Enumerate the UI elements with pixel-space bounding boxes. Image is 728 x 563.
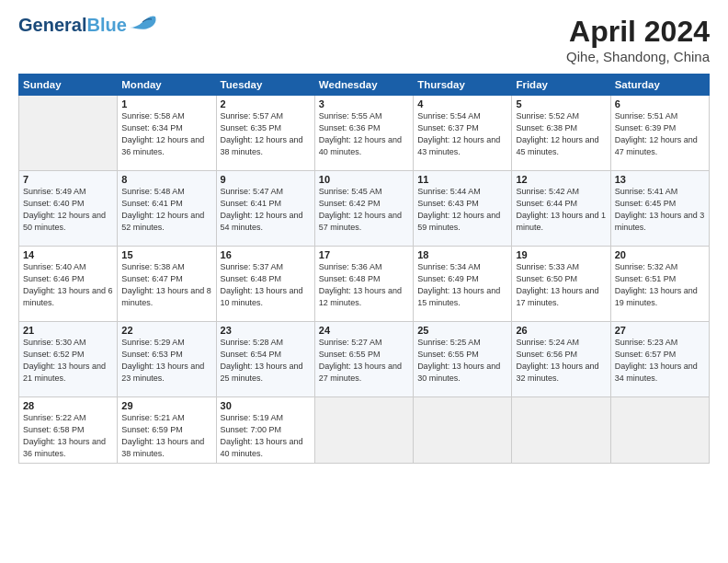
cell-info: Sunrise: 5:33 AMSunset: 6:50 PMDaylight:… bbox=[516, 261, 606, 309]
table-row: 24Sunrise: 5:27 AMSunset: 6:55 PMDayligh… bbox=[314, 322, 413, 397]
cell-info: Sunrise: 5:47 AMSunset: 6:41 PMDaylight:… bbox=[221, 186, 311, 234]
table-row: 19Sunrise: 5:33 AMSunset: 6:50 PMDayligh… bbox=[512, 247, 610, 322]
table-row: 15Sunrise: 5:38 AMSunset: 6:47 PMDayligh… bbox=[118, 247, 216, 322]
cell-info: Sunrise: 5:22 AMSunset: 6:58 PMDaylight:… bbox=[23, 412, 113, 460]
table-row: 29Sunrise: 5:21 AMSunset: 6:59 PMDayligh… bbox=[118, 397, 216, 464]
cell-info: Sunrise: 5:23 AMSunset: 6:57 PMDaylight:… bbox=[615, 337, 705, 385]
table-row: 21Sunrise: 5:30 AMSunset: 6:52 PMDayligh… bbox=[19, 322, 118, 397]
table-row: 27Sunrise: 5:23 AMSunset: 6:57 PMDayligh… bbox=[610, 322, 709, 397]
day-number: 29 bbox=[121, 400, 211, 411]
calendar-table: Sunday Monday Tuesday Wednesday Thursday… bbox=[18, 74, 710, 464]
day-number: 27 bbox=[615, 325, 705, 336]
logo: GeneralBlue bbox=[18, 15, 157, 35]
col-tuesday: Tuesday bbox=[216, 75, 314, 96]
table-row: 28Sunrise: 5:22 AMSunset: 6:58 PMDayligh… bbox=[19, 397, 118, 464]
table-row: 4Sunrise: 5:54 AMSunset: 6:37 PMDaylight… bbox=[414, 96, 512, 171]
day-number: 23 bbox=[221, 325, 311, 336]
day-number: 19 bbox=[516, 249, 606, 260]
day-number: 15 bbox=[121, 249, 211, 260]
table-row: 8Sunrise: 5:48 AMSunset: 6:41 PMDaylight… bbox=[118, 171, 216, 247]
cell-info: Sunrise: 5:29 AMSunset: 6:53 PMDaylight:… bbox=[121, 337, 211, 385]
day-number: 16 bbox=[221, 249, 311, 260]
cell-info: Sunrise: 5:49 AMSunset: 6:40 PMDaylight:… bbox=[23, 186, 113, 234]
table-row: 5Sunrise: 5:52 AMSunset: 6:38 PMDaylight… bbox=[512, 96, 610, 171]
day-number: 17 bbox=[319, 249, 409, 260]
table-row: 2Sunrise: 5:57 AMSunset: 6:35 PMDaylight… bbox=[216, 96, 314, 171]
cell-info: Sunrise: 5:51 AMSunset: 6:39 PMDaylight:… bbox=[615, 110, 705, 158]
table-row bbox=[512, 397, 610, 464]
day-number: 4 bbox=[417, 98, 507, 109]
table-row: 30Sunrise: 5:19 AMSunset: 7:00 PMDayligh… bbox=[216, 397, 314, 464]
table-row bbox=[314, 397, 413, 464]
cell-info: Sunrise: 5:41 AMSunset: 6:45 PMDaylight:… bbox=[615, 186, 705, 234]
table-row: 1Sunrise: 5:58 AMSunset: 6:34 PMDaylight… bbox=[118, 96, 216, 171]
col-saturday: Saturday bbox=[610, 75, 709, 96]
day-number: 8 bbox=[121, 174, 211, 185]
cell-info: Sunrise: 5:27 AMSunset: 6:55 PMDaylight:… bbox=[319, 337, 409, 385]
day-number: 26 bbox=[516, 325, 606, 336]
col-sunday: Sunday bbox=[19, 75, 118, 96]
logo-general: General bbox=[18, 15, 86, 35]
day-number: 24 bbox=[319, 325, 409, 336]
cell-info: Sunrise: 5:25 AMSunset: 6:55 PMDaylight:… bbox=[417, 337, 507, 385]
table-row: 25Sunrise: 5:25 AMSunset: 6:55 PMDayligh… bbox=[414, 322, 512, 397]
day-number: 2 bbox=[221, 98, 311, 109]
day-number: 20 bbox=[615, 249, 705, 260]
day-number: 28 bbox=[23, 400, 113, 411]
cell-info: Sunrise: 5:58 AMSunset: 6:34 PMDaylight:… bbox=[121, 110, 211, 158]
table-row: 11Sunrise: 5:44 AMSunset: 6:43 PMDayligh… bbox=[414, 171, 512, 247]
title-location: Qihe, Shandong, China bbox=[566, 49, 710, 64]
table-row bbox=[414, 397, 512, 464]
table-row: 9Sunrise: 5:47 AMSunset: 6:41 PMDaylight… bbox=[216, 171, 314, 247]
day-number: 13 bbox=[615, 174, 705, 185]
col-wednesday: Wednesday bbox=[314, 75, 413, 96]
cell-info: Sunrise: 5:54 AMSunset: 6:37 PMDaylight:… bbox=[417, 110, 507, 158]
table-row: 12Sunrise: 5:42 AMSunset: 6:44 PMDayligh… bbox=[512, 171, 610, 247]
cell-info: Sunrise: 5:44 AMSunset: 6:43 PMDaylight:… bbox=[417, 186, 507, 234]
calendar-page: GeneralBlue April 2024 Qihe, Shandong, C… bbox=[0, 0, 728, 563]
table-row: 17Sunrise: 5:36 AMSunset: 6:48 PMDayligh… bbox=[314, 247, 413, 322]
col-friday: Friday bbox=[512, 75, 610, 96]
col-thursday: Thursday bbox=[414, 75, 512, 96]
cell-info: Sunrise: 5:37 AMSunset: 6:48 PMDaylight:… bbox=[221, 261, 311, 309]
title-month: April 2024 bbox=[566, 15, 710, 49]
table-row: 7Sunrise: 5:49 AMSunset: 6:40 PMDaylight… bbox=[19, 171, 118, 247]
table-row: 16Sunrise: 5:37 AMSunset: 6:48 PMDayligh… bbox=[216, 247, 314, 322]
cell-info: Sunrise: 5:36 AMSunset: 6:48 PMDaylight:… bbox=[319, 261, 409, 309]
day-number: 30 bbox=[221, 400, 311, 411]
table-row bbox=[610, 397, 709, 464]
table-row: 13Sunrise: 5:41 AMSunset: 6:45 PMDayligh… bbox=[610, 171, 709, 247]
cell-info: Sunrise: 5:21 AMSunset: 6:59 PMDaylight:… bbox=[121, 412, 211, 460]
title-block: April 2024 Qihe, Shandong, China bbox=[566, 15, 710, 64]
cell-info: Sunrise: 5:30 AMSunset: 6:52 PMDaylight:… bbox=[23, 337, 113, 385]
cell-info: Sunrise: 5:42 AMSunset: 6:44 PMDaylight:… bbox=[516, 186, 606, 234]
day-number: 7 bbox=[23, 174, 113, 185]
day-number: 11 bbox=[417, 174, 507, 185]
table-row: 3Sunrise: 5:55 AMSunset: 6:36 PMDaylight… bbox=[314, 96, 413, 171]
cell-info: Sunrise: 5:32 AMSunset: 6:51 PMDaylight:… bbox=[615, 261, 705, 309]
cell-info: Sunrise: 5:57 AMSunset: 6:35 PMDaylight:… bbox=[221, 110, 311, 158]
page-header: GeneralBlue April 2024 Qihe, Shandong, C… bbox=[18, 15, 710, 64]
cell-info: Sunrise: 5:38 AMSunset: 6:47 PMDaylight:… bbox=[121, 261, 211, 309]
day-number: 1 bbox=[121, 98, 211, 109]
logo-blue: Blue bbox=[86, 15, 126, 35]
table-row: 20Sunrise: 5:32 AMSunset: 6:51 PMDayligh… bbox=[610, 247, 709, 322]
table-row: 22Sunrise: 5:29 AMSunset: 6:53 PMDayligh… bbox=[118, 322, 216, 397]
col-monday: Monday bbox=[118, 75, 216, 96]
day-number: 5 bbox=[516, 98, 606, 109]
cell-info: Sunrise: 5:34 AMSunset: 6:49 PMDaylight:… bbox=[417, 261, 507, 309]
day-number: 21 bbox=[23, 325, 113, 336]
cell-info: Sunrise: 5:24 AMSunset: 6:56 PMDaylight:… bbox=[516, 337, 606, 385]
table-row: 23Sunrise: 5:28 AMSunset: 6:54 PMDayligh… bbox=[216, 322, 314, 397]
logo-bird-icon bbox=[130, 15, 157, 35]
cell-info: Sunrise: 5:19 AMSunset: 7:00 PMDaylight:… bbox=[221, 412, 311, 460]
table-row: 10Sunrise: 5:45 AMSunset: 6:42 PMDayligh… bbox=[314, 171, 413, 247]
day-number: 18 bbox=[417, 249, 507, 260]
cell-info: Sunrise: 5:45 AMSunset: 6:42 PMDaylight:… bbox=[319, 186, 409, 234]
day-number: 12 bbox=[516, 174, 606, 185]
day-number: 25 bbox=[417, 325, 507, 336]
day-number: 6 bbox=[615, 98, 705, 109]
day-number: 22 bbox=[121, 325, 211, 336]
cell-info: Sunrise: 5:48 AMSunset: 6:41 PMDaylight:… bbox=[121, 186, 211, 234]
calendar-header-row: Sunday Monday Tuesday Wednesday Thursday… bbox=[19, 75, 710, 96]
